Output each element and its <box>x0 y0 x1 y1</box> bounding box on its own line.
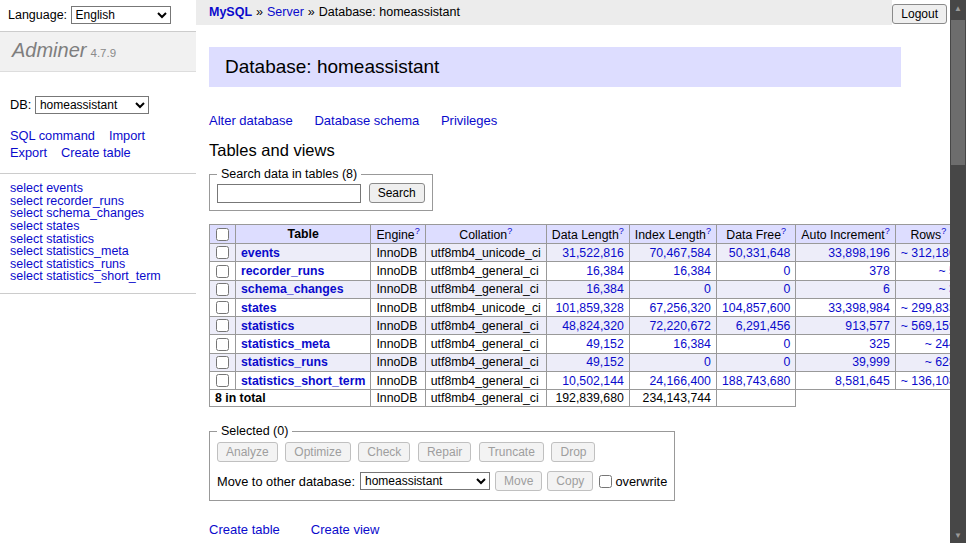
table-name-link[interactable]: statistics_runs <box>241 355 328 369</box>
table-name-link[interactable]: schema_changes <box>241 282 344 296</box>
sidebar-link-import[interactable]: Import <box>109 128 145 143</box>
copy-button[interactable]: Copy <box>547 471 593 491</box>
sidebar-item-select-states[interactable]: select states <box>10 220 186 233</box>
auto-increment-link[interactable]: 6 <box>883 282 890 296</box>
help-link[interactable]: ? <box>781 226 786 236</box>
data-length-link[interactable]: 49,152 <box>586 337 624 351</box>
index-length-link[interactable]: 72,220,672 <box>649 319 711 333</box>
row-checkbox[interactable] <box>216 338 229 351</box>
index-length-link[interactable]: 24,166,400 <box>649 374 711 388</box>
search-button[interactable]: Search <box>369 183 425 203</box>
repair-button[interactable]: Repair <box>418 442 471 462</box>
help-link[interactable]: ? <box>941 226 946 236</box>
data-length-link[interactable]: 10,502,144 <box>562 374 624 388</box>
data-length-link[interactable]: 31,522,816 <box>562 246 624 260</box>
rows-count-link[interactable]: ~ 312,180 <box>901 246 956 260</box>
data-free-link[interactable]: 0 <box>784 264 791 278</box>
table-name-link[interactable]: statistics_meta <box>241 337 330 351</box>
sidebar-link-sql-command[interactable]: SQL command <box>10 128 95 143</box>
row-checkbox[interactable] <box>216 301 229 314</box>
data-free-link[interactable]: 104,857,600 <box>722 301 790 315</box>
row-checkbox[interactable] <box>216 283 229 296</box>
index-length-link[interactable]: 16,384 <box>673 337 711 351</box>
data-free-link[interactable]: 0 <box>784 282 791 296</box>
app-version[interactable]: 4.7.9 <box>90 47 116 59</box>
scrollbar-thumb[interactable] <box>951 20 965 165</box>
index-length-link[interactable]: 0 <box>704 282 711 296</box>
privileges-link[interactable]: Privileges <box>441 113 497 128</box>
auto-increment-link[interactable]: 33,398,984 <box>828 301 890 315</box>
rows-count-link[interactable]: ~ 299,833 <box>901 301 956 315</box>
language-select[interactable]: English <box>71 6 171 24</box>
scroll-up-icon[interactable]: ▲ <box>950 0 966 16</box>
scroll-down-icon[interactable]: ▼ <box>950 527 966 543</box>
index-length-link[interactable]: 0 <box>704 355 711 369</box>
collation-cell: utf8mb4_general_ci <box>425 317 546 335</box>
help-link[interactable]: ? <box>885 226 890 236</box>
row-checkbox[interactable] <box>216 356 229 369</box>
truncate-button[interactable]: Truncate <box>479 442 544 462</box>
table-name-link[interactable]: recorder_runs <box>241 264 324 278</box>
row-checkbox[interactable] <box>216 374 229 387</box>
help-link[interactable]: ? <box>507 226 512 236</box>
db-select[interactable]: homeassistant <box>35 96 149 114</box>
sidebar-item-select-events[interactable]: select events <box>10 182 186 195</box>
create-table-link[interactable]: Create table <box>209 522 280 537</box>
auto-increment-link[interactable]: 33,898,196 <box>828 246 890 260</box>
breadcrumb-mysql-link[interactable]: MySQL <box>209 5 252 19</box>
data-free-link[interactable]: 0 <box>784 355 791 369</box>
index-length-link[interactable]: 16,384 <box>673 264 711 278</box>
help-link[interactable]: ? <box>619 226 624 236</box>
help-link[interactable]: ? <box>415 226 420 236</box>
rows-count-link[interactable]: ~ 569,159 <box>901 319 956 333</box>
index-length-link[interactable]: 70,467,584 <box>649 246 711 260</box>
sidebar-item-select-statistics-short-term[interactable]: select statistics_short_term <box>10 270 186 283</box>
data-length-link[interactable]: 16,384 <box>586 264 624 278</box>
rows-count-link[interactable]: ~ 136,108 <box>901 374 956 388</box>
data-free-link[interactable]: 6,291,456 <box>736 319 791 333</box>
data-length-link[interactable]: 101,859,328 <box>555 301 623 315</box>
tables-and-views-heading: Tables and views <box>209 141 950 160</box>
database-schema-link[interactable]: Database schema <box>314 113 419 128</box>
auto-increment-link[interactable]: 8,581,645 <box>835 374 890 388</box>
row-checkbox[interactable] <box>216 265 229 278</box>
index-length-link[interactable]: 67,256,320 <box>649 301 711 315</box>
collation-cell: utf8mb4_general_ci <box>425 371 546 389</box>
table-name-link[interactable]: states <box>241 301 277 315</box>
auto-increment-link[interactable]: 378 <box>869 264 890 278</box>
data-free-link[interactable]: 50,331,648 <box>729 246 791 260</box>
data-free-link[interactable]: 188,743,680 <box>722 374 790 388</box>
select-all-checkbox[interactable] <box>216 228 229 241</box>
sidebar-link-create-table[interactable]: Create table <box>61 145 131 160</box>
alter-database-link[interactable]: Alter database <box>209 113 293 128</box>
table-name-link[interactable]: statistics <box>241 319 294 333</box>
search-input[interactable] <box>217 184 361 203</box>
auto-increment-link[interactable]: 39,999 <box>852 355 890 369</box>
logout-button[interactable]: Logout <box>892 4 947 24</box>
sidebar-link-export[interactable]: Export <box>10 145 47 160</box>
drop-button[interactable]: Drop <box>551 442 595 462</box>
auto-increment-link[interactable]: 913,577 <box>845 319 889 333</box>
sidebar-item-select-schema-changes[interactable]: select schema_changes <box>10 207 186 220</box>
row-checkbox[interactable] <box>216 246 229 259</box>
data-length-link[interactable]: 48,824,320 <box>562 319 624 333</box>
check-button[interactable]: Check <box>358 442 410 462</box>
vertical-scrollbar[interactable]: ▲ ▼ <box>950 0 966 543</box>
auto-increment-link[interactable]: 325 <box>869 337 890 351</box>
move-db-select[interactable]: homeassistant <box>360 472 490 490</box>
row-checkbox[interactable] <box>216 319 229 332</box>
app-logo[interactable]: Adminer <box>12 39 86 61</box>
breadcrumb-server-link[interactable]: Server <box>267 5 304 19</box>
analyze-button[interactable]: Analyze <box>217 442 278 462</box>
table-name-link[interactable]: statistics_short_term <box>241 374 365 388</box>
help-link[interactable]: ? <box>706 226 711 236</box>
sidebar-item-select-statistics-meta[interactable]: select statistics_meta <box>10 245 186 258</box>
data-length-link[interactable]: 16,384 <box>586 282 624 296</box>
data-free-link[interactable]: 0 <box>784 337 791 351</box>
optimize-button[interactable]: Optimize <box>285 442 350 462</box>
create-view-link[interactable]: Create view <box>311 522 380 537</box>
data-length-link[interactable]: 49,152 <box>586 355 624 369</box>
overwrite-checkbox[interactable] <box>599 475 612 488</box>
table-name-link[interactable]: events <box>241 246 280 260</box>
move-button[interactable]: Move <box>495 471 542 491</box>
